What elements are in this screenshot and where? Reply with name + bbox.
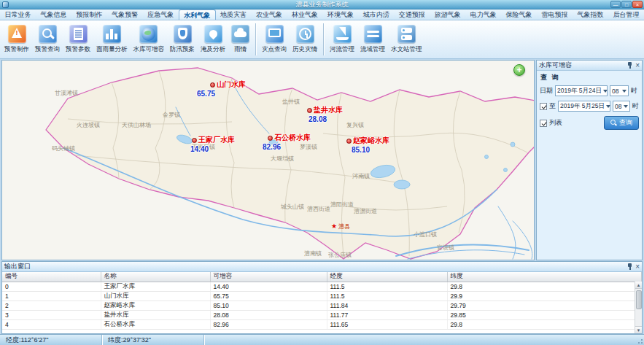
list-checkbox[interactable] [540,120,547,127]
pin-icon[interactable] [627,62,632,69]
to-label: 至 [549,101,556,111]
query-button[interactable]: 查询 [604,116,639,130]
marker-dot-icon [307,108,312,113]
table-cell: 14.40 [210,282,327,291]
table-cell: 盐井水库 [101,310,210,319]
toolbar-button-hydro-station-management[interactable]: 水文站管理 [388,23,425,56]
menu-tab-16[interactable]: 雷电预报 [537,9,573,20]
table-cell: 3 [2,310,101,319]
toolbar-button-basin-management[interactable]: 流域管理 [357,23,388,56]
chevron-down-icon [622,90,626,93]
menu-tab-8[interactable]: 农业气象 [252,9,287,20]
table-cell: 赵家峪水库 [101,301,210,310]
menu-tab-10[interactable]: 环境气象 [322,9,358,20]
maximize-button[interactable]: □ [621,1,632,8]
toolbar-button-river-management[interactable]: 河流管理 [327,23,357,56]
table-header[interactable]: 可增容 [210,272,327,282]
toolbar-separator [323,23,324,55]
scroll-thumb[interactable] [636,290,642,309]
table-row[interactable]: 3盐井水库28.08111.7729.85 [2,310,642,319]
scroll-up-icon[interactable]: ▲ [635,282,643,289]
menu-bar: 日常业务气象信息预报制作气象预警应急气象水利气象地质灾害农业气象林业气象环境气象… [0,9,644,20]
menu-tab-3[interactable]: 预报制作 [71,9,107,20]
date-to-select[interactable]: 2019年 5月25日 [558,101,610,112]
hour-to-select[interactable]: 08 [613,101,630,112]
toolbar-button-warning-params[interactable]: 预警参数 [63,23,93,56]
toolbar-button-label: 预警查询 [35,45,60,54]
output-close-icon[interactable]: × [635,263,640,271]
map-add-button[interactable]: + [513,64,525,76]
table-row[interactable]: 4石公桥水库82.96111.6529.8 [2,319,642,329]
pin-icon[interactable] [627,263,632,270]
toolbar-button-warning-make[interactable]: 预警制作 [1,23,32,56]
menu-tab-1[interactable]: 日常业务 [0,9,36,20]
close-button[interactable]: × [632,1,643,8]
history-disaster-icon [296,25,314,43]
hour-from-select[interactable]: 08 [610,85,629,96]
toolbar-button-areal-rainfall-analysis[interactable]: 面雨量分析 [93,23,131,56]
table-row[interactable]: 0王家厂水库14.40111.529.8 [2,282,642,291]
menu-tab-9[interactable]: 林业气象 [287,9,323,20]
side-panel-header: 水库可增容 × [537,61,642,71]
side-panel-title: 水库可增容 [539,61,572,70]
menu-tab-12[interactable]: 交通预报 [394,9,430,20]
resize-grip[interactable] [635,336,644,344]
table-cell: 29.8 [447,282,642,291]
table-header[interactable]: 经度 [327,272,447,282]
toolbar-button-inundation-analysis[interactable]: 淹及分析 [198,23,228,56]
table-scrollbar[interactable]: ▲ ▼ [635,282,642,333]
reservoir-marker[interactable]: 盐井水库 [307,105,343,115]
river-management-icon [333,25,352,43]
menu-tab-17[interactable]: 气象指数 [573,9,608,20]
date-from-select[interactable]: 2019年 5月24日 [555,85,608,96]
table-row[interactable]: 1山门水库65.75111.529.9 [2,291,642,301]
date-label: 日期 [540,86,553,96]
menu-tab-11[interactable]: 城市内涝 [358,9,394,20]
toolbar-button-history-disaster[interactable]: 历史灾情 [290,23,320,56]
menu-tab-4[interactable]: 气象预警 [107,9,143,20]
toolbar-button-disaster-point-query[interactable]: 灾点查询 [259,23,290,56]
reservoir-value: 65.75 [197,90,215,98]
map-panel[interactable]: 甘溪滩镇火连坡镇天供山林场金罗镇码头铺镇王家厂镇盐井镇复兴镇梦溪镇大堰垱镇涔南镇… [1,60,535,260]
marker-dot-icon [192,138,197,143]
table-cell: 28.08 [210,310,327,319]
reservoir-marker[interactable]: 赵家峪水库 [346,136,389,146]
toolbar-button-warning-query[interactable]: 预警查询 [32,23,63,56]
chevron-down-icon [606,105,610,108]
menu-tab-7[interactable]: 地质灾害 [216,9,252,20]
scroll-down-icon[interactable]: ▼ [635,326,643,333]
minimize-button[interactable]: — [610,1,621,8]
menu-tab-2[interactable]: 气象信息 [36,9,71,20]
menu-tab-14[interactable]: 电力气象 [465,9,501,20]
reservoir-marker[interactable]: 山门水库 [210,80,246,90]
table-cell: 111.77 [327,310,447,319]
table-cell: 65.75 [210,291,327,301]
menu-tab-15[interactable]: 保险气象 [501,9,537,20]
panel-close-icon[interactable]: × [635,62,640,69]
toolbar-button-flood-control-plan[interactable]: 防汛预案 [167,23,198,56]
toolbar-button-reservoir-capacity[interactable]: 水库可增容 [131,23,168,56]
table-header[interactable]: 纬度 [447,272,642,282]
reservoir-marker[interactable]: 石公桥水库 [268,133,311,143]
date-from-value: 2019年 5月24日 [557,87,602,96]
toolbar-button-label: 历史灾情 [292,45,317,54]
menu-tab-18[interactable]: 后台管理 [608,9,644,20]
status-bar: 经度:112°6'27"纬度:29°37'32" [0,334,644,345]
table-row[interactable]: 2赵家峪水库85.10111.8429.79 [2,301,642,310]
hydro-station-management-icon [397,25,416,43]
app-icon [2,1,9,8]
reservoir-name: 石公桥水库 [274,133,311,143]
table-header[interactable]: 编号 [2,272,101,282]
to-checkbox[interactable] [540,103,547,110]
menu-tab-5[interactable]: 应急气象 [143,9,179,20]
reservoir-marker[interactable]: 王家厂水库 [192,135,235,145]
table-cell: 2 [2,301,101,310]
menu-tab-13[interactable]: 旅游气象 [430,9,465,20]
reservoir-name: 盐井水库 [314,105,343,115]
menu-tab-6[interactable]: 水利气象 [179,9,216,20]
main-area: 甘溪滩镇火连坡镇天供山林场金罗镇码头铺镇王家厂镇盐井镇复兴镇梦溪镇大堰垱镇涔南镇… [0,59,644,261]
toolbar-button-rain-condition[interactable]: 雨情 [228,23,252,56]
output-table-area: 编号名称可增容经度纬度 0王家厂水库14.40111.529.81山门水库65.… [2,272,642,333]
warning-params-icon [69,25,88,43]
table-header[interactable]: 名称 [101,272,210,282]
